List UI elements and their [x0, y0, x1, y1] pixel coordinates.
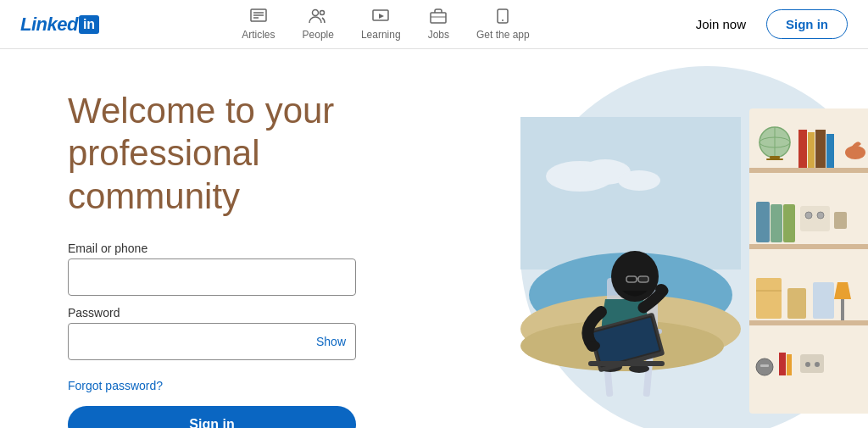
svg-rect-43 — [779, 353, 786, 375]
left-panel: Welcome to your professional community E… — [0, 49, 407, 428]
svg-rect-39 — [841, 299, 844, 320]
svg-point-67 — [587, 341, 600, 351]
password-label: Password — [68, 306, 407, 320]
svg-rect-48 — [520, 117, 741, 270]
password-form-group: Password Show — [68, 306, 407, 360]
logo-text: Linked — [20, 14, 78, 36]
email-form-group: Email or phone — [68, 242, 407, 296]
svg-point-11 — [502, 19, 504, 21]
nav-label-articles: Articles — [242, 30, 275, 40]
password-input[interactable] — [68, 323, 356, 360]
header: Linked in Articles — [0, 0, 868, 49]
svg-rect-16 — [749, 244, 868, 249]
svg-rect-28 — [756, 202, 770, 242]
svg-rect-31 — [800, 206, 830, 231]
svg-rect-23 — [798, 130, 807, 168]
svg-rect-17 — [749, 320, 868, 325]
svg-point-27 — [845, 146, 865, 159]
forgot-password-link[interactable]: Forgot password? — [68, 379, 163, 392]
header-right: Join now Sign in — [682, 9, 848, 39]
svg-rect-45 — [800, 354, 824, 373]
email-label: Email or phone — [68, 242, 407, 255]
right-illustration-panel — [376, 49, 868, 428]
svg-marker-7 — [379, 14, 384, 19]
nav-label-jobs: Jobs — [428, 30, 449, 40]
nav-label-learning: Learning — [361, 30, 401, 40]
svg-rect-30 — [783, 204, 795, 242]
svg-point-4 — [313, 10, 319, 16]
nav-label-get-the-app: Get the app — [476, 30, 530, 40]
join-now-button[interactable]: Join now — [682, 10, 760, 38]
show-password-button[interactable]: Show — [316, 335, 346, 348]
svg-rect-66 — [588, 361, 665, 366]
nav-item-people[interactable]: People — [291, 2, 346, 47]
learning-icon — [371, 8, 390, 26]
nav-item-learning[interactable]: Learning — [349, 2, 413, 47]
nav-item-articles[interactable]: Articles — [230, 2, 287, 47]
email-input[interactable] — [68, 258, 356, 296]
svg-point-47 — [815, 362, 820, 367]
logo-in-badge: in — [79, 15, 99, 34]
main-nav: Articles People Learning — [230, 2, 542, 47]
svg-rect-29 — [771, 204, 782, 242]
welcome-heading: Welcome to your professional community — [68, 90, 407, 218]
svg-rect-8 — [431, 13, 446, 23]
password-wrapper: Show — [68, 323, 356, 360]
svg-rect-25 — [815, 130, 826, 168]
svg-rect-21 — [770, 156, 780, 158]
svg-point-51 — [618, 170, 660, 191]
svg-rect-15 — [749, 168, 868, 173]
svg-rect-24 — [808, 132, 815, 168]
nav-item-jobs[interactable]: Jobs — [416, 2, 461, 47]
jobs-icon — [430, 8, 447, 26]
nav-item-get-the-app[interactable]: Get the app — [465, 2, 542, 47]
header-sign-in-button[interactable]: Sign in — [766, 9, 848, 39]
svg-point-5 — [320, 11, 325, 15]
people-icon — [309, 8, 327, 26]
svg-rect-22 — [766, 158, 783, 160]
svg-rect-42 — [760, 364, 769, 367]
svg-rect-34 — [834, 212, 847, 229]
sign-in-main-button[interactable]: Sign in — [68, 406, 356, 428]
svg-rect-44 — [787, 354, 792, 375]
svg-rect-37 — [787, 288, 806, 319]
illustration — [376, 49, 868, 428]
svg-rect-38 — [813, 282, 834, 319]
articles-icon — [250, 8, 267, 26]
header-left: Linked in — [20, 14, 99, 36]
svg-rect-35 — [756, 278, 782, 319]
svg-point-32 — [805, 212, 812, 219]
main-content: Welcome to your professional community E… — [0, 49, 868, 428]
linkedin-logo[interactable]: Linked in — [20, 14, 99, 36]
svg-point-33 — [817, 212, 824, 219]
nav-label-people: People — [303, 30, 334, 40]
svg-point-46 — [805, 362, 810, 367]
svg-rect-26 — [826, 134, 834, 168]
app-icon — [495, 8, 510, 26]
